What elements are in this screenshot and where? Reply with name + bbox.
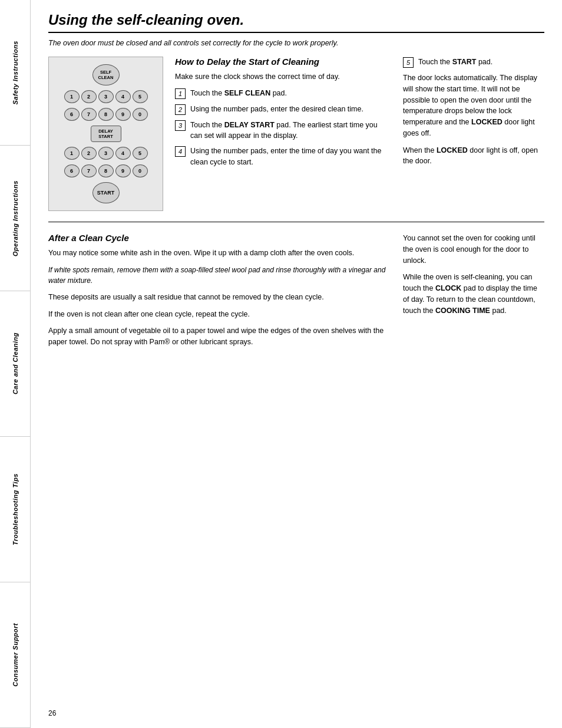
- sidebar-label-operating: Operating Instructions: [12, 180, 19, 256]
- btn-5: 5: [133, 90, 148, 103]
- step-1-text: Touch the SELF CLEAN pad.: [190, 88, 391, 98]
- page-wrapper: Safety Instructions Operating Instructio…: [0, 0, 562, 728]
- step5-followup-1: The door locks automatically. The displa…: [403, 73, 544, 139]
- step-2-num: 2: [175, 104, 186, 115]
- btn-6b: 6: [64, 164, 80, 177]
- page-title: Using the self-cleaning oven.: [48, 12, 544, 33]
- self-clean-button: SELFCLEAN: [92, 64, 120, 85]
- step-5-text: Touch the START pad.: [418, 57, 544, 67]
- btn-1: 1: [64, 90, 80, 103]
- step-3-num: 3: [175, 120, 186, 131]
- section2-heading: After a Clean Cycle: [48, 233, 391, 243]
- bottom-right: You cannot set the oven for cooking unti…: [403, 233, 544, 354]
- subtitle: The oven door must be closed and all con…: [48, 39, 544, 47]
- step-3-text: Touch the DELAY START pad. The earliest …: [190, 120, 391, 141]
- sidebar-label-troubleshooting: Troubleshooting Tips: [12, 473, 19, 545]
- step-1: 1 Touch the SELF CLEAN pad.: [175, 88, 391, 99]
- btn-7: 7: [81, 108, 97, 121]
- instructions-left-col: How to Delay the Start of Cleaning Make …: [175, 57, 391, 211]
- step-2: 2 Using the number pads, enter the desir…: [175, 104, 391, 115]
- instructions-wrapper: How to Delay the Start of Cleaning Make …: [175, 57, 544, 211]
- step-4: 4 Using the number pads, enter the time …: [175, 146, 391, 167]
- sidebar-label-safety: Safety Instructions: [12, 41, 19, 105]
- btn-4b: 4: [115, 147, 131, 160]
- after-clean-right-p2: While the oven is self-cleaning, you can…: [403, 272, 544, 316]
- btn-2: 2: [81, 90, 97, 103]
- btn-2b: 2: [81, 147, 97, 160]
- num-row-2: 6 7 8 9 0: [64, 108, 148, 121]
- delay-start-button: DELAYSTART: [91, 126, 121, 142]
- sidebar-label-care: Care and Cleaning: [12, 332, 19, 394]
- sidebar-section-consumer: Consumer Support: [0, 582, 30, 728]
- main-content: Using the self-cleaning oven. The oven d…: [31, 0, 562, 728]
- step-2-text: Using the number pads, enter the desired…: [190, 104, 391, 114]
- sidebar-label-consumer: Consumer Support: [12, 623, 19, 687]
- num-row-4: 6 7 8 9 0: [64, 164, 148, 177]
- sidebar-section-care: Care and Cleaning: [0, 291, 30, 437]
- section1-intro: Make sure the clock shows the correct ti…: [175, 71, 391, 82]
- btn-1b: 1: [64, 147, 80, 160]
- top-section: SELFCLEAN 1 2 3 4 5 6 7 8 9 0: [48, 57, 544, 211]
- btn-6: 6: [64, 108, 80, 121]
- step-5: 5 Touch the START pad.: [403, 57, 544, 68]
- start-label: START: [97, 190, 114, 196]
- btn-7b: 7: [81, 164, 97, 177]
- sidebar-section-troubleshooting: Troubleshooting Tips: [0, 437, 30, 582]
- bottom-left: After a Clean Cycle You may notice some …: [48, 233, 391, 354]
- divider: [48, 222, 544, 222]
- section1-heading: How to Delay the Start of Cleaning: [175, 57, 391, 67]
- instructions-right-col: 5 Touch the START pad. The door locks au…: [403, 57, 544, 211]
- step-1-num: 1: [175, 88, 186, 99]
- step5-followup-2: When the LOCKED door light is off, open …: [403, 145, 544, 167]
- btn-0: 0: [133, 108, 148, 121]
- start-button: START: [92, 182, 120, 203]
- after-clean-p1: You may notice some white ash in the ove…: [48, 248, 391, 259]
- btn-8b: 8: [98, 164, 114, 177]
- step-4-num: 4: [175, 146, 186, 157]
- oven-diagram: SELFCLEAN 1 2 3 4 5 6 7 8 9 0: [48, 57, 163, 211]
- btn-8: 8: [98, 108, 114, 121]
- btn-5b: 5: [133, 147, 148, 160]
- sidebar: Safety Instructions Operating Instructio…: [0, 0, 31, 728]
- page-number: 26: [48, 709, 56, 717]
- step-5-num: 5: [403, 57, 414, 68]
- delay-start-label: DELAYSTART: [98, 129, 113, 139]
- after-clean-p3: These deposits are usually a salt residu…: [48, 292, 391, 303]
- btn-3b: 3: [98, 147, 114, 160]
- self-clean-label: SELFCLEAN: [98, 70, 114, 80]
- btn-4: 4: [115, 90, 131, 103]
- num-row-3: 1 2 3 4 5: [64, 147, 148, 160]
- sidebar-section-safety: Safety Instructions: [0, 0, 30, 146]
- step-4-text: Using the number pads, enter the time of…: [190, 146, 391, 167]
- bottom-section: After a Clean Cycle You may notice some …: [48, 233, 544, 354]
- btn-9b: 9: [115, 164, 131, 177]
- btn-0b: 0: [133, 164, 148, 177]
- num-row-1: 1 2 3 4 5: [64, 90, 148, 103]
- btn-3: 3: [98, 90, 114, 103]
- after-clean-p2: If white spots remain, remove them with …: [48, 265, 391, 286]
- after-clean-p5: Apply a small amount of vegetable oil to…: [48, 325, 391, 348]
- after-clean-p4: If the oven is not clean after one clean…: [48, 309, 391, 320]
- after-clean-right-p1: You cannot set the oven for cooking unti…: [403, 233, 544, 266]
- steps-list: 1 Touch the SELF CLEAN pad. 2 Using the …: [175, 88, 391, 167]
- steps-list-right: 5 Touch the START pad.: [403, 57, 544, 68]
- btn-9: 9: [115, 108, 131, 121]
- step-3: 3 Touch the DELAY START pad. The earlies…: [175, 120, 391, 141]
- sidebar-section-operating: Operating Instructions: [0, 146, 30, 291]
